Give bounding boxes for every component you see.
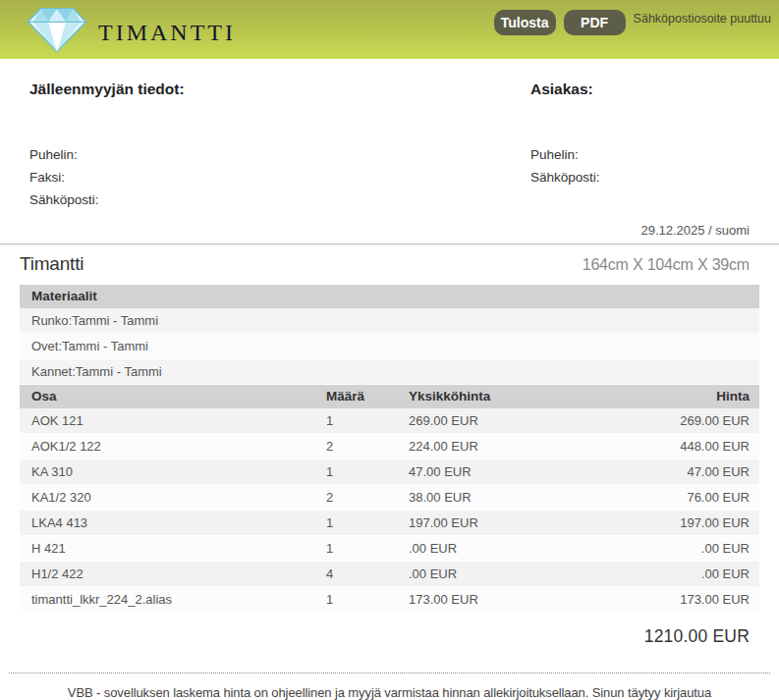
dealer-fax-label: Faksi: [29, 166, 530, 188]
part-row: KA1/2 320238.00 EUR76.00 EUR [20, 485, 759, 511]
unit-price-cell: 47.00 EUR [409, 465, 543, 478]
qty-cell: 1 [326, 516, 409, 529]
part-name-cell: KA 310 [20, 465, 326, 478]
unit-price-cell: 173.00 EUR [409, 593, 543, 606]
price-cell: .00 EUR [543, 567, 759, 580]
qty-cell: 4 [326, 567, 409, 580]
price-cell: 76.00 EUR [543, 491, 759, 504]
customer-phone-label: Puhelin: [530, 143, 750, 166]
disclaimer-text: VBB - sovelluksen laskema hinta on ohjee… [46, 683, 734, 700]
material-row: Runko:Tammi - Tammi [20, 308, 759, 334]
print-button[interactable]: Tulosta [494, 10, 556, 35]
customer-email-label: Sähköposti: [530, 166, 750, 188]
customer-title: Asiakas: [530, 81, 750, 98]
qty-cell: 2 [326, 440, 409, 453]
part-name-cell: KA1/2 320 [20, 491, 326, 504]
part-row: H 4211.00 EUR.00 EUR [20, 536, 759, 562]
qty-cell: 1 [326, 542, 409, 555]
part-row: KA 310147.00 EUR47.00 EUR [20, 459, 759, 485]
col-header-qty: Määrä [326, 389, 409, 404]
part-name-cell: AOK 121 [20, 414, 326, 427]
part-name-cell: H1/2 422 [20, 567, 326, 580]
quote-table: Materiaalit Runko:Tammi - TammiOvet:Tamm… [20, 285, 759, 613]
dealer-phone-label: Puhelin: [29, 143, 530, 166]
pdf-button[interactable]: PDF [564, 10, 626, 35]
col-header-part: Osa [20, 389, 326, 404]
date-locale: 29.12.2025 / suomi [0, 211, 779, 243]
unit-price-cell: 197.00 EUR [409, 516, 543, 529]
qty-cell: 1 [326, 414, 409, 427]
part-name-cell: LKA4 413 [20, 516, 326, 529]
dealer-info: Jälleenmyyjän tiedot: Puhelin: Faksi: Sä… [29, 81, 530, 211]
part-row: H1/2 4224.00 EUR.00 EUR [20, 562, 759, 587]
price-cell: 448.00 EUR [543, 440, 759, 453]
email-missing-notice: Sähköpostiosoite puuttuu [634, 10, 775, 26]
brand-name: Timantti [98, 3, 236, 56]
unit-price-cell: .00 EUR [409, 567, 543, 580]
part-name-cell: AOK1/2 122 [20, 440, 326, 453]
qty-cell: 1 [326, 465, 409, 478]
product-header: Timantti 164cm X 104cm X 39cm [0, 245, 779, 283]
part-row: timantti_lkkr_224_2.alias1173.00 EUR173.… [20, 587, 759, 613]
price-cell: 47.00 EUR [543, 465, 759, 478]
unit-price-cell: 269.00 EUR [409, 414, 543, 427]
qty-cell: 1 [326, 593, 409, 606]
unit-price-cell: 224.00 EUR [409, 440, 543, 453]
col-header-price: Hinta [543, 389, 759, 404]
total-price: 1210.00 EUR [0, 613, 779, 647]
materials-list: Runko:Tammi - TammiOvet:Tammi - TammiKan… [20, 308, 759, 385]
col-header-unit-price: Yksikköhinta [409, 389, 543, 404]
quote-page: Timantti Tulosta PDF Sähköpostiosoite pu… [0, 0, 779, 700]
product-name: Timantti [20, 253, 83, 275]
part-row: AOK1/2 1222224.00 EUR448.00 EUR [20, 434, 759, 459]
qty-cell: 2 [326, 491, 409, 504]
part-name-cell: H 421 [20, 542, 326, 555]
unit-price-cell: 38.00 EUR [409, 491, 543, 504]
product-dimensions: 164cm X 104cm X 39cm [583, 256, 750, 274]
part-row: AOK 1211269.00 EUR269.00 EUR [20, 408, 759, 434]
part-name-cell: timantti_lkkr_224_2.alias [20, 593, 326, 606]
materials-header: Materiaalit [20, 285, 759, 308]
dealer-title: Jälleenmyyjän tiedot: [29, 81, 530, 98]
dealer-email-label: Sähköposti: [29, 188, 530, 211]
header-actions: Tulosta PDF Sähköpostiosoite puuttuu [494, 10, 775, 35]
price-cell: 197.00 EUR [543, 516, 759, 529]
price-cell: 269.00 EUR [543, 414, 759, 427]
header-bar: Timantti Tulosta PDF Sähköpostiosoite pu… [0, 0, 779, 59]
parts-header-row: Osa Määrä Yksikköhinta Hinta [20, 385, 759, 408]
brand-logo: Timantti [26, 3, 236, 56]
footer-divider [9, 673, 770, 673]
price-cell: 173.00 EUR [543, 593, 759, 606]
material-row: Kannet:Tammi - Tammi [20, 359, 759, 385]
price-cell: .00 EUR [543, 542, 759, 555]
unit-price-cell: .00 EUR [409, 542, 543, 555]
part-row: LKA4 4131197.00 EUR197.00 EUR [20, 511, 759, 536]
material-row: Ovet:Tammi - Tammi [20, 334, 759, 359]
parts-rows: AOK 1211269.00 EUR269.00 EURAOK1/2 12222… [20, 408, 759, 613]
info-section: Jälleenmyyjän tiedot: Puhelin: Faksi: Sä… [0, 59, 779, 211]
customer-info: Asiakas: Puhelin: Sähköposti: [530, 81, 750, 211]
diamond-icon [26, 5, 88, 54]
